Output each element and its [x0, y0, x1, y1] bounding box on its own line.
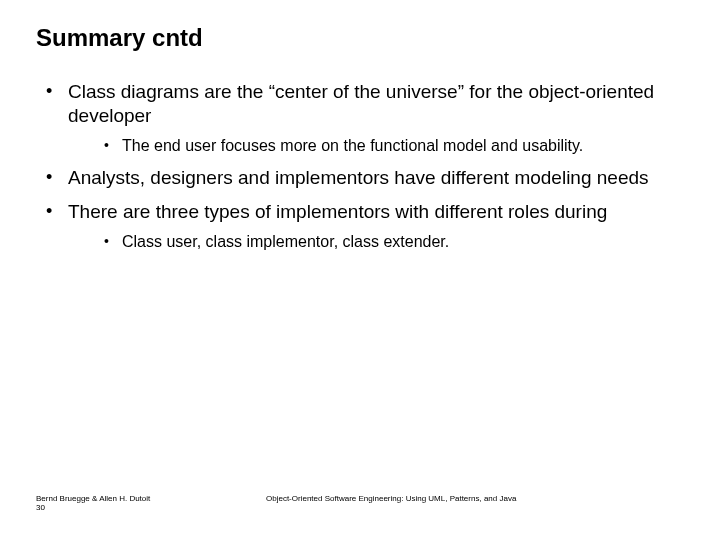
bullet-list: Class diagrams are the “center of the un… — [36, 80, 684, 253]
sub-bullet-text: Class user, class implementor, class ext… — [122, 233, 449, 250]
bullet-text: Class diagrams are the “center of the un… — [68, 81, 654, 126]
footer-authors: Bernd Bruegge & Allen H. Dutoit — [36, 494, 150, 503]
footer-book-title: Object-Oriented Software Engineering: Us… — [266, 494, 516, 503]
sub-bullet-list: The end user focuses more on the functio… — [68, 136, 684, 157]
bullet-item: Analysts, designers and implementors hav… — [42, 166, 684, 190]
sub-bullet-text: The end user focuses more on the functio… — [122, 137, 583, 154]
bullet-text: Analysts, designers and implementors hav… — [68, 167, 649, 188]
slide: Summary cntd Class diagrams are the “cen… — [0, 0, 720, 540]
sub-bullet-item: The end user focuses more on the functio… — [102, 136, 684, 157]
footer-page-number: 30 — [36, 503, 150, 512]
sub-bullet-item: Class user, class implementor, class ext… — [102, 232, 684, 253]
bullet-item: Class diagrams are the “center of the un… — [42, 80, 684, 156]
bullet-item: There are three types of implementors wi… — [42, 200, 684, 253]
slide-content: Class diagrams are the “center of the un… — [36, 80, 684, 253]
bullet-text: There are three types of implementors wi… — [68, 201, 607, 222]
footer-authors-block: Bernd Bruegge & Allen H. Dutoit 30 — [36, 494, 150, 512]
sub-bullet-list: Class user, class implementor, class ext… — [68, 232, 684, 253]
slide-footer: Bernd Bruegge & Allen H. Dutoit 30 Objec… — [36, 494, 684, 512]
slide-title: Summary cntd — [36, 24, 684, 52]
